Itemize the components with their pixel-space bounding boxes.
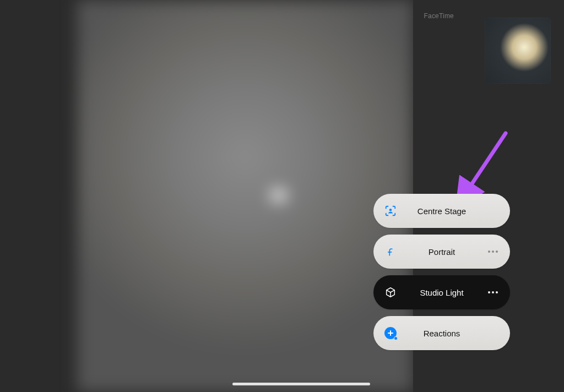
centre-stage-icon (383, 204, 398, 218)
portrait-more-button[interactable] (486, 244, 500, 259)
portrait-label: Portrait (398, 247, 486, 257)
centre-stage-label: Centre Stage (398, 206, 486, 216)
camera-feed (77, 0, 413, 392)
left-margin (0, 0, 77, 392)
self-view-thumbnail[interactable] (485, 18, 551, 84)
ellipsis-icon (488, 291, 498, 293)
aperture-f-icon (383, 244, 398, 259)
studio-light-more-button[interactable] (486, 285, 500, 300)
reactions-label: Reactions (398, 329, 486, 338)
reactions-option[interactable]: Reactions (373, 316, 510, 350)
home-indicator[interactable] (232, 383, 370, 385)
app-window: FaceTime Centre Stage (0, 0, 564, 392)
app-label: FaceTime (424, 12, 454, 20)
ellipsis-icon (488, 251, 498, 253)
studio-light-option[interactable]: Studio Light (373, 275, 510, 309)
reactions-plus-icon (383, 326, 398, 340)
centre-stage-option[interactable]: Centre Stage (373, 194, 510, 228)
video-effects-menu: Centre Stage Portrait (373, 194, 510, 350)
camera-light-spot (271, 189, 286, 202)
studio-light-label: Studio Light (398, 288, 486, 297)
cube-icon (383, 285, 398, 300)
portrait-option[interactable]: Portrait (373, 235, 510, 269)
spacer (486, 326, 500, 340)
svg-point-2 (389, 209, 392, 211)
spacer (486, 204, 500, 218)
